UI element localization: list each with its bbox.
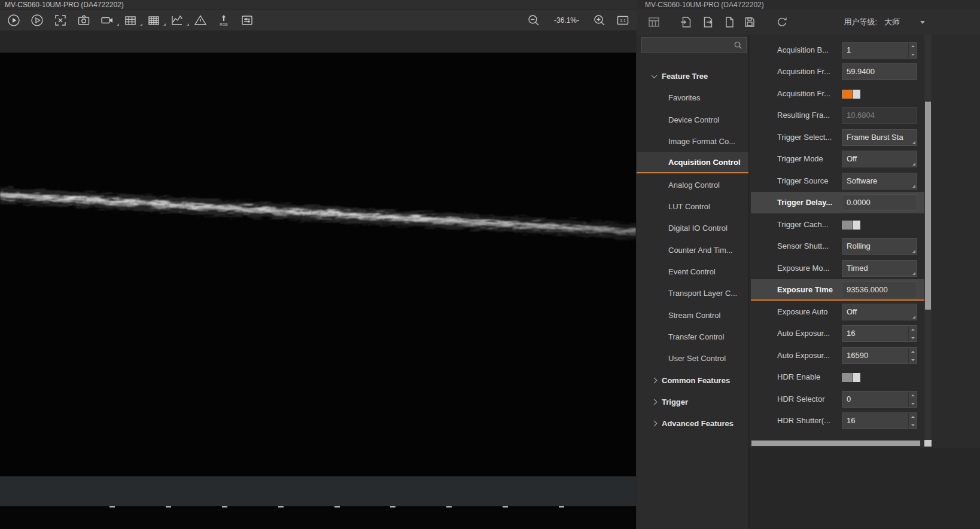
chevron-down-icon[interactable]	[652, 72, 658, 78]
zoom-out-icon[interactable]	[526, 13, 541, 28]
acquisition-frame-rate-enable-toggle[interactable]	[842, 90, 860, 99]
property-row-hdr-shutter[interactable]: HDR Shutter(... 16	[751, 410, 924, 432]
property-row-acquisition-frame-rate[interactable]: Acquisition Fr... 59.9400	[751, 61, 924, 82]
exposure-mode-dropdown[interactable]: Timed	[842, 260, 917, 277]
tree-item-lut-control[interactable]: LUT Control	[637, 195, 748, 217]
trigger-delay-input[interactable]: 0.0000	[842, 194, 917, 211]
viewer-bottom-strip	[0, 476, 636, 506]
tree-item-acquisition-control[interactable]: Acquisition Control	[637, 152, 748, 173]
fit-view-icon[interactable]	[53, 13, 68, 28]
scrollbar-thumb[interactable]	[751, 441, 920, 446]
tree-item-user-set-control[interactable]: User Set Control	[637, 347, 748, 369]
hdr-enable-toggle[interactable]	[842, 373, 860, 382]
tree-item-stream-control[interactable]: Stream Control	[637, 304, 748, 326]
property-row-auto-exposure-time-lower[interactable]: Auto Exposur... 16	[751, 323, 924, 344]
start-acquisition-icon[interactable]	[6, 13, 22, 28]
grid-overlay-icon[interactable]	[123, 13, 138, 28]
ruler-tick	[222, 506, 227, 507]
chevron-right-icon[interactable]	[652, 399, 658, 405]
snapshot-icon[interactable]	[76, 13, 92, 28]
tree-item-device-control[interactable]: Device Control	[637, 109, 748, 130]
settings-sliders-icon[interactable]	[239, 13, 255, 28]
trigger-cache-enable-toggle[interactable]	[842, 221, 860, 230]
tree-item-counter-and-timer[interactable]: Counter And Tim...	[637, 239, 748, 261]
panel-toggle-icon[interactable]	[646, 14, 662, 30]
spinner-arrows-icon[interactable]	[908, 42, 917, 58]
tree-group-advanced-features[interactable]: Advanced Features	[637, 412, 748, 434]
record-icon[interactable]	[99, 13, 115, 28]
spinner-arrows-icon[interactable]	[908, 413, 917, 429]
property-row-resulting-frame-rate[interactable]: Resulting Fra... 10.6804	[751, 105, 924, 126]
property-row-trigger-source[interactable]: Trigger Source Software	[751, 170, 924, 192]
vertical-scrollbar[interactable]	[924, 35, 932, 447]
tree-item-digital-io-control[interactable]: Digital IO Control	[637, 217, 748, 238]
user-level-value[interactable]: 大师	[884, 17, 900, 27]
feature-panel-toolbar: 用户等级: 大师	[637, 10, 980, 35]
exposure-time-input[interactable]: 93536.0000	[842, 282, 917, 298]
acquisition-burst-frame-count-spinner[interactable]: 1	[842, 42, 917, 59]
tree-item-transfer-control[interactable]: Transfer Control	[637, 326, 748, 347]
pixel-grid-icon[interactable]	[146, 13, 162, 28]
refresh-icon[interactable]	[774, 14, 790, 30]
actual-size-icon[interactable]: 1:1	[615, 13, 631, 28]
tree-item-analog-control[interactable]: Analog Control	[637, 174, 748, 195]
acquisition-frame-rate-input[interactable]: 59.9400	[842, 63, 917, 80]
tree-group-common-features[interactable]: Common Features	[637, 369, 748, 391]
property-row-sensor-shutter-mode[interactable]: Sensor Shutt... Rolling	[751, 236, 924, 257]
property-label: Acquisition Fr...	[777, 83, 830, 105]
property-row-trigger-cache-enable[interactable]: Trigger Cach...	[751, 214, 924, 236]
trigger-mode-dropdown[interactable]: Off	[842, 151, 917, 167]
import-config-icon[interactable]	[678, 14, 694, 30]
new-file-icon[interactable]	[722, 14, 737, 30]
exposure-auto-dropdown[interactable]: Off	[842, 304, 917, 320]
property-row-exposure-mode[interactable]: Exposure Mo... Timed	[751, 258, 924, 279]
export-config-icon[interactable]	[700, 14, 716, 30]
property-row-trigger-delay[interactable]: Trigger Delay... 0.0000	[751, 192, 924, 213]
sensor-shutter-mode-dropdown[interactable]: Rolling	[842, 238, 917, 255]
auto-exposure-time-lower-spinner[interactable]: 16	[842, 325, 917, 342]
property-row-exposure-auto[interactable]: Exposure Auto Off	[751, 301, 924, 323]
tree-item-favorites[interactable]: Favorites	[637, 87, 748, 108]
property-label: Trigger Source	[777, 170, 829, 192]
property-row-trigger-selector[interactable]: Trigger Select... Frame Burst Sta	[751, 127, 924, 148]
auto-exposure-time-upper-spinner[interactable]: 16590	[842, 347, 917, 364]
histogram-icon[interactable]	[169, 13, 185, 28]
trigger-selector-dropdown[interactable]: Frame Burst Sta	[842, 129, 917, 146]
property-row-auto-exposure-time-upper[interactable]: Auto Exposur... 16590	[751, 345, 924, 366]
spinner-arrows-icon[interactable]	[908, 326, 917, 341]
property-row-acquisition-frame-rate-enable[interactable]: Acquisition Fr...	[751, 83, 924, 105]
ruler-tick	[278, 506, 284, 507]
tree-group-trigger[interactable]: Trigger	[637, 391, 748, 412]
feature-search-box[interactable]	[641, 37, 747, 53]
rgb-tool-icon[interactable]: RGB	[216, 13, 232, 28]
alarm-icon[interactable]	[193, 13, 208, 28]
scrollbar-thumb[interactable]	[925, 102, 931, 310]
property-row-hdr-selector[interactable]: HDR Selector 0	[751, 389, 924, 410]
spinner-arrows-icon[interactable]	[908, 348, 917, 363]
property-row-exposure-time[interactable]: Exposure Time 93536.0000	[751, 279, 924, 301]
continuous-acquisition-icon[interactable]	[29, 13, 45, 28]
feature-search-input[interactable]	[642, 41, 734, 50]
chevron-right-icon[interactable]	[652, 420, 658, 426]
property-row-trigger-mode[interactable]: Trigger Mode Off	[751, 148, 924, 170]
tree-item-image-format-control[interactable]: Image Format Co...	[637, 130, 748, 152]
tree-root-feature-tree[interactable]: Feature Tree	[637, 65, 748, 87]
hdr-selector-spinner[interactable]: 0	[842, 391, 917, 408]
hdr-shutter-spinner[interactable]: 16	[842, 412, 917, 429]
ruler-tick	[166, 506, 171, 507]
chevron-right-icon[interactable]	[652, 377, 658, 383]
zoom-in-icon[interactable]	[592, 13, 607, 28]
tree-item-event-control[interactable]: Event Control	[637, 261, 748, 282]
property-label: Sensor Shutt...	[777, 236, 829, 257]
property-row-hdr-enable[interactable]: HDR Enable	[751, 366, 924, 388]
spinner-arrows-icon[interactable]	[908, 392, 917, 407]
feature-panel-title: MV-CS060-10UM-PRO (DA4722202)	[637, 0, 980, 10]
scrollbar-corner	[924, 440, 932, 447]
trigger-source-dropdown[interactable]: Software	[842, 173, 917, 189]
horizontal-scrollbar[interactable]	[751, 440, 923, 447]
save-icon[interactable]	[742, 14, 757, 30]
tree-item-transport-layer-control[interactable]: Transport Layer C...	[637, 282, 748, 304]
property-row-acquisition-burst-frame-count[interactable]: Acquisition B... 1	[751, 39, 924, 61]
user-level-dropdown-icon[interactable]	[920, 21, 925, 24]
property-label: Auto Exposur...	[777, 323, 830, 344]
